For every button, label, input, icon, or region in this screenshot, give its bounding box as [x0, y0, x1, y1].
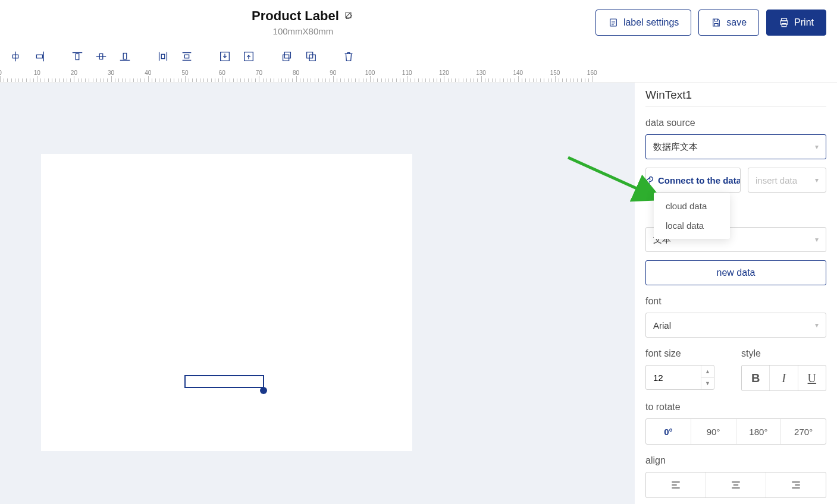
data-source-label: data source: [645, 118, 826, 128]
chevron-down-icon: ▾: [815, 235, 819, 244]
svg-rect-3: [782, 23, 786, 26]
rotate-group: 0° 90° 180° 270°: [645, 418, 826, 445]
properties-panel: WinText1 data source 数据库文本 ▾ Connect to …: [635, 83, 837, 504]
rotate-270[interactable]: 270°: [780, 419, 826, 444]
dropdown-cloud-data[interactable]: cloud data: [654, 196, 730, 216]
dropdown-local-data[interactable]: local data: [654, 216, 730, 235]
copy-icon[interactable]: [275, 45, 299, 68]
label-settings-button[interactable]: label settings: [595, 10, 691, 36]
style-label: style: [741, 348, 826, 359]
save-button[interactable]: save: [698, 10, 759, 36]
italic-button[interactable]: I: [769, 366, 797, 390]
distribute-h-icon[interactable]: [151, 45, 175, 68]
svg-rect-5: [36, 55, 42, 58]
insert-data-select[interactable]: insert data ▾: [748, 168, 826, 193]
print-icon: [779, 17, 789, 28]
align-bottom-icon[interactable]: [113, 45, 137, 68]
page-title: Product Label: [252, 8, 339, 24]
export-icon[interactable]: [237, 45, 261, 68]
print-button[interactable]: Print: [766, 10, 826, 36]
align-right-button[interactable]: [766, 472, 826, 497]
distribute-v-icon[interactable]: [175, 45, 199, 68]
data-source-select[interactable]: 数据库文本 ▾: [645, 134, 826, 159]
delete-icon[interactable]: [337, 45, 360, 68]
rotate-0[interactable]: 0°: [646, 419, 691, 444]
chevron-down-icon: ▾: [815, 176, 819, 184]
font-select[interactable]: Arial ▾: [645, 313, 826, 338]
align-right-icon[interactable]: [27, 45, 51, 68]
rotate-90[interactable]: 90°: [691, 419, 736, 444]
connect-dropdown: cloud data local data: [654, 193, 730, 239]
save-icon: [711, 17, 722, 28]
svg-rect-6: [76, 53, 79, 59]
font-size-up[interactable]: ▲: [701, 366, 714, 377]
align-group: [645, 472, 826, 498]
align-top-icon[interactable]: [65, 45, 89, 68]
workspace: WinText1 data source 数据库文本 ▾ Connect to …: [0, 83, 837, 504]
alignment-toolbar: [0, 45, 837, 68]
svg-rect-9: [161, 54, 165, 58]
paper-dimensions: 100mmX80mm: [11, 26, 595, 36]
bold-button[interactable]: B: [742, 366, 769, 390]
rotate-label: to rotate: [645, 402, 826, 412]
import-icon[interactable]: [213, 45, 237, 68]
connect-data-button[interactable]: Connect to the data: [645, 168, 741, 193]
paste-icon[interactable]: [299, 45, 322, 68]
resize-handle[interactable]: [260, 387, 267, 394]
align-center-h-icon[interactable]: [4, 45, 27, 68]
font-label: font: [645, 296, 826, 307]
canvas-area[interactable]: [0, 83, 635, 504]
align-left-button[interactable]: [646, 472, 706, 497]
svg-rect-8: [123, 53, 127, 59]
selected-textbox[interactable]: [184, 375, 264, 388]
link-icon: [645, 175, 654, 185]
font-size-input[interactable]: 12 ▲ ▼: [645, 365, 714, 390]
selected-element-name: WinText1: [645, 89, 826, 102]
font-size-down[interactable]: ▼: [701, 377, 714, 390]
header-actions: label settings save Print: [595, 10, 826, 36]
chevron-down-icon: ▾: [815, 321, 819, 329]
title-block: Product Label 100mmX80mm: [11, 8, 595, 36]
align-middle-v-icon[interactable]: [89, 45, 113, 68]
header: Product Label 100mmX80mm label settings …: [0, 0, 837, 45]
align-label: align: [645, 455, 826, 466]
settings-list-icon: [608, 17, 619, 28]
underline-button[interactable]: U: [798, 366, 826, 390]
align-center-button[interactable]: [706, 472, 766, 497]
new-data-button[interactable]: new data: [645, 260, 826, 285]
chevron-down-icon: ▾: [815, 143, 819, 151]
rotate-180[interactable]: 180°: [736, 419, 781, 444]
label-paper[interactable]: [41, 154, 412, 451]
svg-rect-10: [184, 55, 189, 58]
horizontal-ruler: 0102030405060708090100110120130140150160: [0, 68, 837, 83]
font-size-label: font size: [645, 348, 731, 359]
edit-icon[interactable]: [344, 11, 355, 21]
text-style-group: B I U: [741, 365, 826, 391]
